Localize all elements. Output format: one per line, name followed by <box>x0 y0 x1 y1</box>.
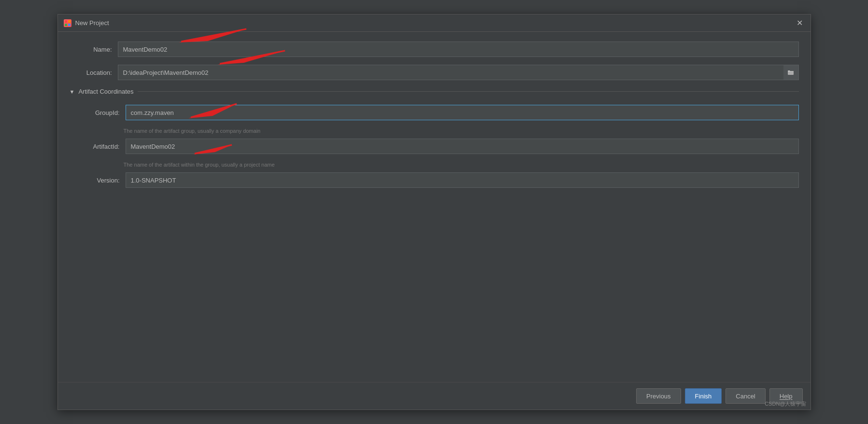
artifactid-row: ArtifactId: <box>77 139 799 154</box>
content-area: Name: Location: ▼ Artifact Coordinates <box>58 32 811 382</box>
artifactid-input-wrap <box>126 139 799 154</box>
close-button[interactable]: ✕ <box>795 18 805 28</box>
svg-rect-0 <box>65 20 67 23</box>
title-bar: New Project ✕ <box>58 14 811 32</box>
artifactid-label: ArtifactId: <box>77 143 126 150</box>
location-input-wrap <box>118 65 799 80</box>
name-input[interactable] <box>118 42 799 57</box>
cancel-button[interactable]: Cancel <box>726 388 765 404</box>
location-row: Location: <box>70 65 799 80</box>
footer: Previous Finish Cancel Help <box>58 382 811 410</box>
dialog-title: New Project <box>75 19 109 27</box>
title-bar-left: New Project <box>64 19 109 27</box>
artifact-section-header: ▼ Artifact Coordinates <box>70 88 799 95</box>
collapse-arrow-icon[interactable]: ▼ <box>70 89 75 95</box>
app-icon <box>64 19 71 27</box>
version-label: Version: <box>77 177 126 184</box>
artifact-section-title: Artifact Coordinates <box>78 88 133 95</box>
groupid-hint: The name of the artifact group, usually … <box>124 128 799 134</box>
artifactid-input[interactable] <box>126 139 799 154</box>
previous-button[interactable]: Previous <box>636 388 681 404</box>
finish-button[interactable]: Finish <box>685 388 722 404</box>
svg-rect-2 <box>65 24 67 26</box>
name-row: Name: <box>70 42 799 57</box>
svg-rect-3 <box>68 24 71 26</box>
groupid-input-wrap <box>126 105 799 120</box>
watermark: CSDN@人猿宇宙 <box>765 400 806 408</box>
groupid-label: GroupId: <box>77 109 126 116</box>
svg-rect-1 <box>68 20 71 23</box>
groupid-input[interactable] <box>126 105 799 120</box>
version-row: Version: <box>77 172 799 188</box>
svg-rect-4 <box>788 71 794 75</box>
previous-label: Previous <box>646 393 671 400</box>
name-label: Name: <box>70 46 118 53</box>
name-input-wrap <box>118 42 799 57</box>
help-label: Help <box>780 393 793 400</box>
section-divider <box>138 91 799 92</box>
browse-button[interactable] <box>783 65 799 80</box>
location-label: Location: <box>70 69 118 76</box>
artifactid-hint: The name of the artifact within the grou… <box>124 162 799 168</box>
folder-icon <box>787 69 794 76</box>
location-input[interactable] <box>118 65 799 80</box>
version-input[interactable] <box>126 172 799 188</box>
finish-label: Finish <box>695 393 712 400</box>
groupid-row: GroupId: <box>77 105 799 120</box>
new-project-dialog: New Project ✕ Name: Location: <box>57 14 811 410</box>
cancel-label: Cancel <box>736 393 755 400</box>
version-input-wrap <box>126 172 799 188</box>
